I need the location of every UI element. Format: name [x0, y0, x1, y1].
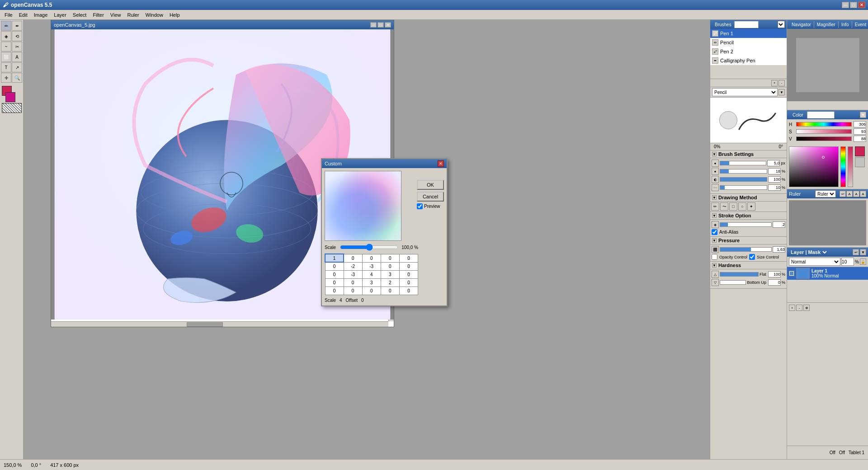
grid-cell-2-4[interactable]: 0 — [399, 270, 418, 278]
ruler-btn2[interactable]: A — [846, 191, 853, 197]
spacing-bar[interactable] — [720, 185, 767, 190]
grid-cell-3-2[interactable]: 3 — [362, 278, 381, 287]
grid-cell-2-0[interactable]: 0 — [325, 270, 344, 278]
drawing-method-expand[interactable]: ▼ — [712, 195, 717, 200]
min-radius-value[interactable] — [768, 168, 781, 174]
grid-cell-3-1[interactable]: 0 — [344, 278, 362, 287]
draw-tool-pen[interactable]: ✏ — [711, 202, 719, 211]
grid-cell-0-2[interactable]: 0 — [362, 254, 381, 262]
pen-nib-dropdown[interactable]: Pencil — [712, 88, 778, 96]
sharpen-bar[interactable] — [720, 222, 772, 227]
ruler-btn4[interactable]: A — [860, 191, 866, 197]
color-spectrum[interactable] — [789, 146, 839, 187]
brush-add-btn[interactable]: + — [771, 80, 778, 86]
spacing-icon[interactable]: ⋯ — [712, 184, 719, 191]
tool-text[interactable]: T — [1, 62, 11, 72]
hardness-flat-bar[interactable] — [720, 272, 759, 277]
grid-cell-3-4[interactable]: 0 — [399, 278, 418, 287]
tab-event[interactable]: Event — [852, 21, 868, 28]
color-alpha-bar[interactable] — [848, 146, 853, 187]
menu-image[interactable]: Image — [31, 11, 51, 19]
opacity-bar[interactable] — [720, 177, 767, 182]
min-radius-bar[interactable] — [720, 169, 767, 174]
grid-cell-1-0[interactable]: 0 — [325, 262, 344, 270]
tool-calligraphy[interactable]: ✒ — [12, 21, 22, 31]
grid-cell-0-0[interactable]: 1 — [325, 254, 344, 262]
tool-lasso[interactable]: A — [12, 52, 22, 62]
canvas-minimize[interactable]: ─ — [370, 22, 377, 28]
grid-cell-1-2[interactable]: -3 — [362, 262, 381, 270]
tab-color[interactable]: Color — [789, 112, 807, 118]
grid-cell-2-1[interactable]: -3 — [344, 270, 362, 278]
tool-eyedropper[interactable]: ✂ — [12, 42, 22, 52]
brush-item-pencil[interactable]: ✏ Pencil — [710, 38, 787, 47]
grid-cell-3-3[interactable]: 2 — [381, 278, 399, 287]
grid-cell-4-3[interactable]: 0 — [381, 287, 399, 295]
ruler-dropdown[interactable]: Ruler — [815, 190, 836, 197]
tool-shape[interactable]: ↗ — [12, 62, 22, 72]
tool-bucket[interactable]: ⟲ — [12, 31, 22, 41]
sharpen-value[interactable] — [773, 221, 785, 228]
flat-value[interactable] — [768, 271, 781, 277]
stroke-option-expand[interactable]: ▼ — [712, 213, 717, 218]
draw-tool-custom[interactable]: ✦ — [747, 202, 755, 211]
panel-options-btn[interactable]: ▼ — [778, 89, 785, 95]
color-panel-btn[interactable]: ▼ — [860, 112, 866, 118]
tool-pen[interactable]: ✏ — [1, 21, 11, 31]
tab-pen-nibs[interactable]: Pen Nibs — [735, 21, 759, 28]
saturation-bar[interactable] — [796, 129, 852, 134]
tool-move[interactable]: ✛ — [1, 73, 11, 83]
draw-tool-circle[interactable]: ○ — [738, 202, 746, 211]
dialog-cancel-btn[interactable]: Cancel — [417, 192, 444, 202]
layers-panel-btn1[interactable]: ↩ — [853, 249, 859, 255]
layer-item[interactable]: Layer 1 100% Normal — [787, 267, 868, 280]
menu-edit[interactable]: Edit — [16, 11, 30, 19]
canvas-maximize[interactable]: □ — [377, 22, 384, 28]
grid-cell-1-4[interactable]: 0 — [399, 262, 418, 270]
grid-cell-3-0[interactable]: 0 — [325, 278, 344, 287]
layer-merge-btn[interactable]: ⊕ — [803, 305, 810, 311]
min-radius-icon[interactable]: ● — [712, 168, 719, 175]
layer-del-btn[interactable]: - — [796, 305, 802, 311]
grid-cell-0-1[interactable]: 0 — [344, 254, 362, 262]
draw-tool-brush[interactable]: 〜 — [720, 202, 728, 211]
ruler-btn3[interactable]: A — [853, 191, 859, 197]
size-control-checkbox[interactable] — [749, 254, 755, 260]
hardness-bottomup-icon[interactable]: ▽ — [712, 279, 719, 286]
opacity-icon[interactable]: ◐ — [712, 176, 719, 183]
layer-opacity-input[interactable] — [841, 258, 854, 266]
dialog-close-btn[interactable]: ✕ — [438, 160, 444, 167]
value-bar[interactable] — [796, 136, 852, 141]
antialias-checkbox[interactable] — [712, 229, 717, 235]
menu-ruler[interactable]: Ruler — [125, 11, 142, 19]
pressure-bar[interactable] — [720, 247, 772, 252]
brush-del-btn[interactable]: - — [778, 80, 785, 86]
layer-lock-btn[interactable]: 🔒 — [860, 258, 866, 265]
layers-panel-btn2[interactable]: ▼ — [860, 249, 866, 255]
tool-zoom[interactable]: 🔍 — [12, 73, 22, 83]
pattern-swatch[interactable] — [2, 103, 22, 113]
blend-mode-select[interactable]: Normal — [789, 258, 840, 266]
menu-help[interactable]: Help — [167, 11, 183, 19]
opacity-control-checkbox[interactable] — [712, 254, 717, 260]
grid-cell-0-4[interactable]: 0 — [399, 254, 418, 262]
grid-cell-4-4[interactable]: 0 — [399, 287, 418, 295]
canvas-scrollbar-horizontal[interactable] — [51, 321, 388, 327]
ruler-btn1[interactable]: ↩ — [840, 191, 846, 197]
v-value[interactable] — [854, 136, 866, 142]
hue-bar[interactable] — [796, 122, 852, 127]
menu-layer[interactable]: Layer — [51, 11, 69, 19]
maximize-button[interactable]: □ — [850, 2, 857, 8]
grid-cell-2-2[interactable]: 4 — [362, 270, 381, 278]
tab-swatches[interactable]: Swatches — [807, 112, 835, 118]
hardness-bottomup-bar[interactable] — [720, 280, 746, 285]
pressure-icon[interactable]: ⬛ — [712, 246, 719, 253]
brushes-dropdown[interactable]: ▼ — [778, 21, 785, 28]
layer-add-btn[interactable]: + — [789, 305, 795, 311]
sharpen-icon[interactable]: ◈ — [712, 221, 719, 228]
menu-select[interactable]: Select — [70, 11, 90, 19]
grid-cell-1-3[interactable]: 0 — [381, 262, 399, 270]
tool-eraser[interactable]: ◈ — [1, 31, 11, 41]
close-button[interactable]: ✕ — [858, 2, 865, 8]
bottomup-value[interactable] — [768, 279, 781, 286]
